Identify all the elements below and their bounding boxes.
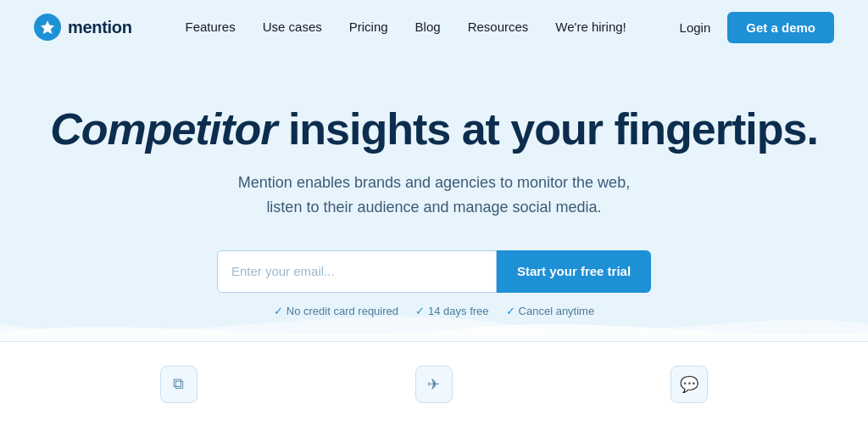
hero-section: Competitor insights at your fingertips. … bbox=[0, 54, 868, 317]
hero-title: Competitor insights at your fingertips. bbox=[50, 105, 818, 154]
send-icon: ✈ bbox=[415, 366, 453, 403]
navbar: mention Features Use cases Pricing Blog … bbox=[0, 0, 868, 54]
nav-use-cases[interactable]: Use cases bbox=[263, 20, 322, 34]
hero-subtitle: Mention enables brands and agencies to m… bbox=[231, 171, 637, 220]
nav-links: Features Use cases Pricing Blog Resource… bbox=[186, 20, 626, 35]
nav-features[interactable]: Features bbox=[186, 20, 236, 34]
hero-title-rest: insights at your fingertips. bbox=[276, 104, 817, 154]
email-input[interactable] bbox=[217, 250, 497, 293]
logo-text: mention bbox=[68, 18, 132, 37]
login-link[interactable]: Login bbox=[680, 20, 711, 35]
svg-marker-0 bbox=[41, 21, 53, 34]
hero-title-italic: Competitor bbox=[50, 104, 276, 154]
nav-blog[interactable]: Blog bbox=[415, 20, 441, 34]
nav-actions: Login Get a demo bbox=[680, 12, 834, 43]
start-trial-button[interactable]: Start your free trial bbox=[497, 250, 651, 293]
bottom-section: ⧉ ✈ 💬 bbox=[0, 341, 868, 426]
dashboard-icon: ⧉ bbox=[160, 366, 198, 403]
nav-resources[interactable]: Resources bbox=[468, 20, 529, 34]
hero-form: Start your free trial bbox=[217, 250, 651, 293]
nav-pricing[interactable]: Pricing bbox=[349, 20, 388, 34]
nav-hiring[interactable]: We're hiring! bbox=[555, 20, 626, 34]
logo[interactable]: mention bbox=[34, 14, 132, 41]
logo-icon bbox=[34, 14, 61, 41]
chat-icon: 💬 bbox=[670, 366, 708, 403]
get-demo-button[interactable]: Get a demo bbox=[727, 12, 834, 43]
